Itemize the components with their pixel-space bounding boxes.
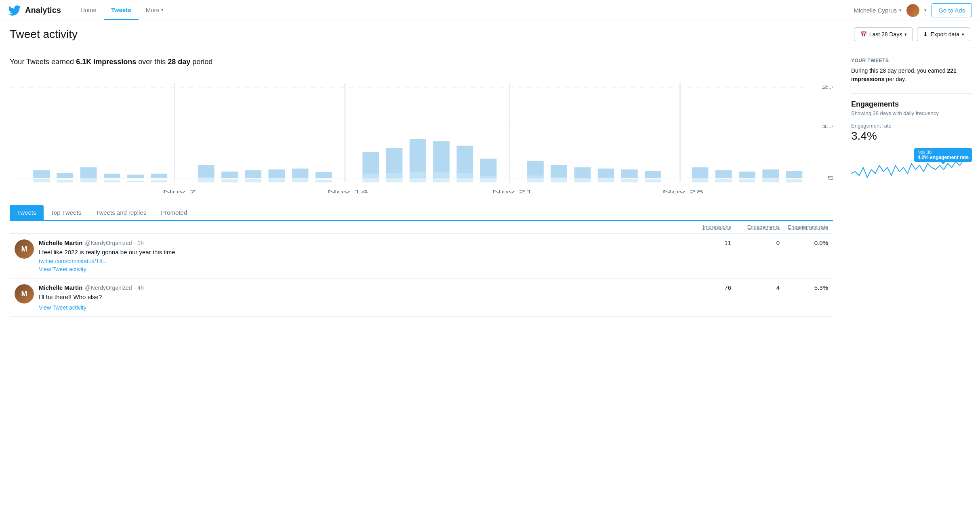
- svg-rect-19: [245, 170, 261, 178]
- svg-rect-13: [80, 167, 97, 178]
- impressions-value: 6.1K: [76, 58, 91, 66]
- svg-rect-67: [762, 178, 779, 182]
- engagements-subtitle: Showing 28 days with daily frequency: [851, 110, 972, 116]
- svg-rect-62: [621, 179, 638, 182]
- tweet-stats-1: 11 0 0.0%: [683, 239, 828, 246]
- your-tweets-desc: During this 28 day period, you earned 22…: [851, 67, 972, 84]
- tweet-row: M Michelle Martin @NerdyOrganized · 4h I…: [10, 279, 833, 317]
- your-tweets-label: YOUR TWEETS: [851, 58, 972, 63]
- tab-promoted[interactable]: Promoted: [154, 205, 194, 220]
- tab-tweets[interactable]: Tweets: [10, 205, 44, 220]
- svg-rect-55: [433, 172, 450, 182]
- svg-rect-66: [739, 179, 755, 182]
- svg-rect-31: [574, 167, 591, 178]
- svg-rect-65: [715, 179, 732, 182]
- svg-rect-30: [551, 165, 567, 178]
- svg-rect-34: [645, 171, 661, 178]
- view-activity-1[interactable]: View Tweet activity: [39, 264, 678, 272]
- right-panel: YOUR TWEETS During this 28 day period, y…: [843, 48, 980, 327]
- tweet-engagements-1: 0: [731, 239, 780, 246]
- user-menu[interactable]: Michelle Cyprus ▾: [854, 7, 902, 14]
- export-label: Export data: [930, 31, 959, 38]
- page-header: Tweet activity 📅 Last 28 Days ▾ ⬇ Export…: [0, 21, 980, 48]
- brand-area: Analytics: [8, 5, 61, 16]
- export-button[interactable]: ⬇ Export data ▾: [917, 27, 970, 41]
- svg-rect-53: [386, 173, 403, 182]
- nav-right-area: Michelle Cyprus ▾ ▾ Go to Ads: [854, 3, 972, 17]
- svg-rect-64: [692, 178, 709, 182]
- svg-rect-57: [480, 176, 497, 182]
- engagement-rate-header[interactable]: Engagement rate: [780, 224, 828, 230]
- nav-tweets[interactable]: Tweets: [104, 1, 139, 20]
- engagements-section: Engagements Showing 28 days with daily f…: [851, 100, 972, 188]
- svg-rect-28: [480, 159, 497, 178]
- header-actions: 📅 Last 28 Days ▾ ⬇ Export data ▾: [854, 27, 970, 41]
- svg-text:Nov 28: Nov 28: [662, 189, 703, 194]
- more-chevron-icon: ▾: [161, 7, 164, 13]
- tweet-meta-2: Michelle Martin @NerdyOrganized · 4h: [39, 284, 678, 291]
- svg-rect-60: [574, 178, 591, 182]
- engagements-header[interactable]: Engagements: [731, 224, 780, 230]
- tweet-name-2: Michelle Martin: [39, 284, 82, 291]
- nav-more[interactable]: More ▾: [139, 1, 171, 20]
- go-to-ads-button[interactable]: Go to Ads: [932, 3, 972, 17]
- left-panel: Your Tweets earned 6.1K impressions over…: [0, 48, 843, 327]
- tweet-content-2: Michelle Martin @NerdyOrganized · 4h I'l…: [39, 284, 678, 311]
- svg-rect-33: [621, 170, 638, 178]
- svg-rect-63: [645, 179, 661, 182]
- tweet-text-1: I feel like 2022 is really gonna be our …: [39, 248, 678, 256]
- tweet-engagement-rate-1: 0.0%: [780, 239, 828, 246]
- svg-rect-14: [104, 174, 120, 178]
- svg-rect-61: [598, 178, 614, 182]
- nav-home[interactable]: Home: [73, 1, 104, 20]
- svg-text:2.0K: 2.0K: [821, 85, 833, 90]
- tweet-time-2: · 4h: [135, 285, 144, 291]
- svg-rect-44: [127, 181, 144, 182]
- calendar-icon: 📅: [860, 31, 867, 38]
- svg-rect-21: [292, 169, 309, 178]
- download-icon: ⬇: [923, 31, 928, 38]
- avatar-image: [906, 4, 919, 17]
- tweet-handle-2: @NerdyOrganized: [85, 285, 132, 291]
- tweet-avatar-2: M: [15, 284, 34, 304]
- your-tweets-section: YOUR TWEETS During this 28 day period, y…: [851, 58, 972, 84]
- svg-text:1.0K: 1.0K: [821, 124, 833, 129]
- svg-rect-45: [151, 180, 167, 182]
- svg-rect-58: [527, 176, 544, 182]
- engagement-rate-value: 3.4%: [851, 130, 972, 142]
- impressions-summary: Your Tweets earned 6.1K impressions over…: [10, 58, 833, 66]
- svg-rect-49: [269, 178, 285, 182]
- svg-rect-36: [715, 170, 732, 178]
- impressions-header[interactable]: Impressions: [683, 224, 731, 230]
- date-filter-button[interactable]: 📅 Last 28 Days ▾: [854, 27, 913, 41]
- engagements-title: Engagements: [851, 100, 972, 109]
- svg-rect-56: [456, 173, 473, 182]
- tweet-avatar-1: M: [15, 239, 34, 259]
- svg-rect-40: [33, 179, 50, 182]
- svg-rect-20: [269, 170, 285, 178]
- svg-rect-38: [762, 170, 779, 178]
- tweet-name-1: Michelle Martin: [39, 239, 82, 246]
- tab-tweets-replies[interactable]: Tweets and replies: [88, 205, 154, 220]
- svg-rect-54: [410, 172, 426, 182]
- page-title: Tweet activity: [10, 28, 78, 41]
- svg-rect-47: [221, 179, 238, 182]
- username-label: Michelle Cyprus: [854, 7, 897, 14]
- svg-rect-59: [551, 177, 567, 182]
- svg-text:5: 5: [827, 176, 833, 181]
- svg-rect-52: [362, 174, 379, 182]
- svg-rect-42: [80, 178, 97, 182]
- chart-svg: 2.0K 1.0K 5 Nov 7 Nov 14 Nov 21 Nov 28: [10, 74, 833, 195]
- avatar-chevron-icon: ▾: [924, 8, 927, 13]
- svg-rect-50: [292, 178, 309, 182]
- avatar[interactable]: [906, 4, 919, 17]
- table-header: Impressions Engagements Engagement rate: [10, 221, 833, 234]
- svg-text:Nov 14: Nov 14: [327, 189, 368, 194]
- tab-top-tweets[interactable]: Top Tweets: [44, 205, 89, 220]
- view-activity-2[interactable]: View Tweet activity: [39, 303, 678, 311]
- export-chevron-icon: ▾: [962, 32, 964, 37]
- tweet-link-1[interactable]: twitter.com/cnni/status/14...: [39, 258, 107, 264]
- svg-rect-35: [692, 167, 709, 178]
- svg-rect-17: [198, 165, 215, 178]
- nav-links: Home Tweets More ▾: [73, 1, 171, 20]
